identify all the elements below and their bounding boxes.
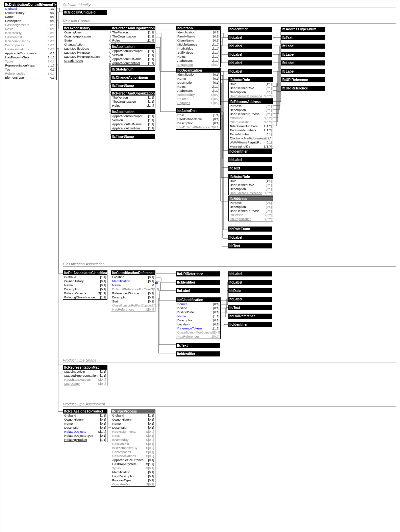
type-text-5[interactable]: IfcText: [228, 305, 272, 310]
entity-attribute: RolesL[1:?]: [176, 85, 220, 89]
entity-header: IfcPersonAndOrganization: [111, 91, 155, 96]
type-label-7[interactable]: IfcLabel: [228, 235, 272, 240]
type-label-2[interactable]: IfcLabel: [228, 44, 272, 49]
type-timestamp-2[interactable]: IfcTimeStamp: [111, 134, 155, 139]
type-label-15[interactable]: IfcLabel: [228, 297, 272, 302]
entity-root[interactable]: IfcDistributionControlElementTypGlobalId…: [4, 2, 57, 80]
entity-application-1[interactable]: IfcApplicationApplicationDeveloper[1:1]V…: [111, 44, 155, 65]
type-label-9[interactable]: IfcLabel: [281, 52, 325, 57]
entity-attribute: IsNestedByS[0:?]: [111, 438, 155, 442]
type-text-4[interactable]: IfcText: [176, 343, 220, 348]
entity-person-org-2[interactable]: IfcPersonAndOrganizationThePerson[1:1]Th…: [111, 91, 155, 108]
type-uri-2[interactable]: IfcURIReference: [281, 86, 325, 91]
entity-attribute: HasContextS[0:1]: [111, 442, 155, 446]
entity-attribute: HasExternalReferenceS[0:?]: [229, 94, 273, 98]
type-label-3[interactable]: IfcLabel: [228, 52, 272, 57]
type-text-3[interactable]: IfcText: [281, 35, 325, 40]
entity-attribute: ThePerson[1:1]: [111, 96, 155, 100]
entity-attribute: Name[0:1]: [63, 422, 107, 426]
type-label-5[interactable]: IfcLabel: [228, 69, 272, 74]
type-label-1[interactable]: IfcLabel: [228, 35, 272, 40]
type-addrenum[interactable]: IfcAddressTypeEnum: [281, 27, 325, 32]
type-identifier-3[interactable]: IfcIdentifier: [176, 280, 220, 285]
entity-relassoc-class[interactable]: IfcRelAssociatesClassificationGlobalId[1…: [63, 270, 107, 300]
entity-attribute: NestsS[0:1]: [4, 27, 56, 31]
entity-classref[interactable]: IfcClassificationReferenceLocation[0:1]I…: [111, 270, 155, 312]
entity-attribute: IsDecomposedByS[0:?]: [111, 446, 155, 450]
entity-attribute: SuffixTitlesL[1:?]: [176, 51, 220, 55]
type-label-10[interactable]: IfcLabel: [281, 60, 325, 65]
type-identifier-4[interactable]: IfcIdentifier: [176, 351, 220, 356]
type-label-14[interactable]: IfcLabel: [228, 280, 272, 285]
entity-header: IfcAddress: [229, 196, 273, 201]
entity-attribute: AddressesL[1:?]: [176, 59, 220, 63]
entity-typeprocess[interactable]: IfcTypeProcessGlobalId[1:1]OwnerHistory[…: [111, 409, 155, 487]
entity-header: IfcRepresentationMap: [63, 365, 107, 370]
entity-attribute: ReferenceTokensL[1:?]: [176, 326, 220, 330]
type-label-13[interactable]: IfcLabel: [228, 271, 272, 276]
entity-attribute: HasExternalReferenceS[0:?]: [176, 125, 220, 129]
type-text-1[interactable]: IfcText: [228, 166, 272, 171]
section-line: [63, 23, 396, 24]
type-changeaction[interactable]: IfcChangeActionEnum: [111, 75, 155, 80]
entity-attribute: HasReferencesS[0:?]: [176, 335, 220, 339]
entity-repmap[interactable]: IfcRepresentationMapMappingOrigin[1:1]Ma…: [63, 365, 107, 386]
section-product-type-shape: Product Type Shape: [63, 358, 96, 362]
type-gui[interactable]: IfcGloballyUniqueId: [63, 10, 107, 15]
entity-attribute: ReferencedByS[0:?]: [4, 72, 56, 76]
entity-attribute: EngagedInS[0:?]: [176, 63, 220, 67]
type-label-8[interactable]: IfcLabel: [281, 44, 325, 49]
section-line: [63, 7, 396, 7]
type-identifier-5[interactable]: IfcIdentifier: [228, 322, 272, 327]
entity-attribute: UserDefinedRole[0:1]: [229, 183, 273, 187]
type-label-12[interactable]: IfcLabel: [176, 288, 220, 293]
entity-actorrole-1[interactable]: IfcActorRoleRole[1:1]UserDefinedRole[0:1…: [176, 108, 221, 130]
entity-address[interactable]: IfcAddressPurpose[0:1]Description[0:1]Us…: [228, 196, 273, 221]
entity-organization[interactable]: IfcOrganizationIdentification[0:1]Name[0…: [176, 68, 221, 105]
type-label-11[interactable]: IfcLabel: [281, 69, 325, 74]
type-label-4[interactable]: IfcLabel: [228, 60, 272, 65]
entity-person-org-1[interactable]: IfcPersonAndOrganizationThePerson[1:1]Th…: [111, 26, 155, 43]
entity-attribute: Description[0:1]: [111, 295, 155, 299]
type-label-6[interactable]: IfcLabel: [228, 157, 272, 162]
type-uri-3[interactable]: IfcURIReference: [176, 271, 220, 276]
entity-attribute: ApplicableOccurrence[0:1]: [111, 458, 155, 462]
entity-attribute: ThePerson[1:1]: [111, 30, 155, 34]
entity-actorrole-3[interactable]: IfcActorRoleRole[1:1]UserDefinedRole[0:1…: [228, 174, 273, 195]
entity-attribute: CreationDate[1:1]: [63, 59, 116, 63]
entity-attribute: OfOrganizationS[0:?]: [229, 120, 273, 124]
entity-attribute: Name[0: [111, 283, 155, 287]
entity-relassigns[interactable]: IfcRelAssignsToProductGlobalId[1:1]Owner…: [63, 409, 107, 442]
entity-attribute: Description[0:1]: [229, 108, 273, 112]
entity-application-2[interactable]: IfcApplicationApplicationDeveloper[1:1]V…: [111, 109, 155, 131]
entity-attribute: RepresentationMapsL[1:?]: [4, 63, 56, 68]
entity-actorrole-2[interactable]: IfcActorRoleRole[1:1]UserDefinedRole[0:1…: [228, 77, 273, 99]
entity-attribute: Name[0:1]: [176, 77, 220, 81]
type-uri-1[interactable]: IfcURIReference: [281, 77, 325, 82]
type-timestamp-1[interactable]: IfcTimeStamp: [111, 83, 155, 88]
entity-attribute: RolesL[1:?]: [111, 38, 155, 43]
entity-attribute: DecomposesS[0:1]: [4, 43, 56, 47]
entity-telecom[interactable]: IfcTelecomAddressPurpose[0:1]Description…: [228, 99, 273, 149]
entity-attribute: ApplicationDeveloper[1:1]: [111, 49, 155, 53]
entity-attribute: Version[1:1]: [111, 53, 155, 57]
type-text-2[interactable]: IfcText: [228, 243, 272, 248]
entity-attribute: Name[0:1]: [4, 15, 56, 19]
type-identifier-1[interactable]: IfcIdentifier: [228, 27, 272, 32]
type-identifier-2[interactable]: IfcIdentifier: [228, 149, 272, 154]
entity-attribute: OperatesOnS[0:?]: [111, 482, 155, 486]
type-uri-4[interactable]: IfcURIReference: [228, 314, 272, 319]
type-roleenum[interactable]: IfcRoleEnum: [228, 227, 272, 232]
type-date[interactable]: IfcDate: [228, 288, 272, 293]
entity-attribute: ClassificationRefForObjectsS[0:?]: [111, 303, 155, 308]
entity-attribute: RelatedObjectsS[1:?]: [63, 291, 107, 295]
entity-header: IfcOwnerHistory: [63, 26, 116, 30]
entity-person[interactable]: IfcPersonIdentification[0:1]FamilyName[0…: [176, 26, 221, 67]
entity-attribute: Location[0:1]: [176, 322, 220, 326]
section-classification: Classification Association: [63, 262, 105, 266]
type-stateenum[interactable]: IfcStateEnum: [111, 67, 155, 72]
entity-ownerhistory[interactable]: IfcOwnerHistoryOwningUser[1:1]OwningAppl…: [63, 26, 116, 63]
section-line: [63, 266, 396, 267]
entity-classification[interactable]: IfcClassificationSource[0:1]Edition[0:1]…: [176, 297, 221, 339]
entity-attribute: LastModifyingApplication[0:1]: [63, 55, 116, 59]
